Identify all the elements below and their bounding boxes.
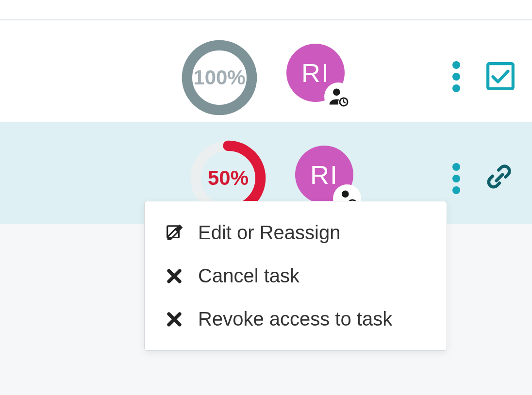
user-clock-icon <box>324 82 352 111</box>
checkbox-icon[interactable] <box>485 61 515 91</box>
menu-item-label: Revoke access to task <box>198 308 392 330</box>
progress-circle-100: 100% <box>181 39 258 116</box>
close-icon <box>164 310 184 329</box>
avatar[interactable]: RI <box>286 44 350 108</box>
more-menu-button[interactable] <box>450 61 462 92</box>
close-icon <box>164 267 184 285</box>
link-icon[interactable] <box>482 163 516 192</box>
svg-point-7 <box>342 191 349 198</box>
more-menu-button[interactable] <box>450 163 462 194</box>
menu-item-label: Edit or Reassign <box>198 222 340 244</box>
task-actions-menu: Edit or Reassign Cancel task Revoke acce… <box>144 201 447 351</box>
edit-icon <box>164 224 184 242</box>
menu-edit-reassign[interactable]: Edit or Reassign <box>145 211 447 254</box>
task-row-1[interactable]: 100% RI <box>0 20 532 122</box>
svg-point-1 <box>333 89 340 96</box>
menu-item-label: Cancel task <box>198 265 299 287</box>
menu-cancel-task[interactable]: Cancel task <box>145 254 447 297</box>
avatar[interactable]: RI <box>295 146 359 210</box>
progress-label: 50% <box>208 166 249 190</box>
progress-label: 100% <box>193 66 245 89</box>
menu-revoke-access[interactable]: Revoke access to task <box>145 297 447 341</box>
